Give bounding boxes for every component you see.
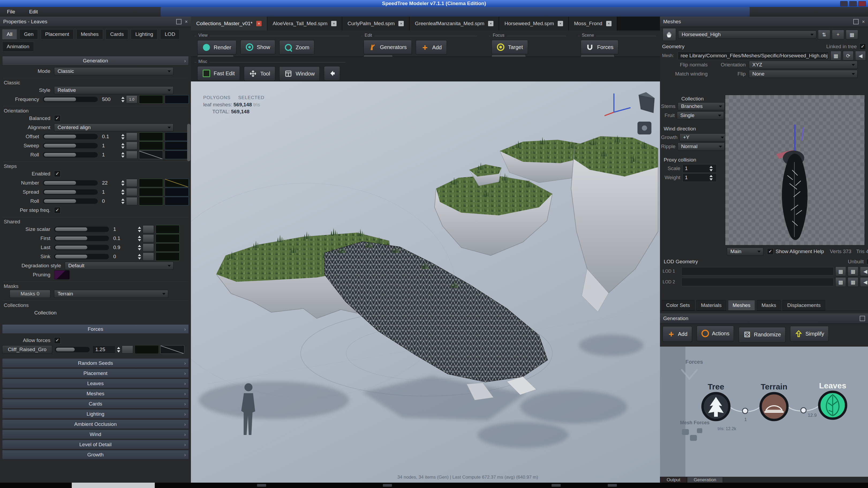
- curve-editor[interactable]: [139, 151, 163, 159]
- add-button[interactable]: + Add: [416, 40, 447, 55]
- roll-spinner[interactable]: [121, 152, 124, 158]
- tab-close-icon[interactable]: ×: [488, 21, 493, 26]
- spread-slider[interactable]: [43, 189, 98, 195]
- tab-meshes[interactable]: Meshes: [728, 300, 755, 311]
- offset-spinner[interactable]: [121, 134, 124, 140]
- enabled-checkbox[interactable]: ✓: [54, 171, 61, 177]
- dock-icon[interactable]: [176, 19, 182, 24]
- section-leaves[interactable]: Leaves›: [2, 379, 189, 388]
- tab-close-icon[interactable]: ×: [331, 21, 337, 26]
- number-slider[interactable]: [43, 180, 98, 186]
- scale-spinbox[interactable]: 1: [682, 164, 717, 173]
- lod1-path-field[interactable]: [681, 267, 834, 276]
- browse-mesh-button[interactable]: ▦: [831, 51, 841, 61]
- number-spinner[interactable]: [121, 180, 124, 186]
- collapse-chevron-icon[interactable]: ›: [184, 58, 186, 64]
- curve-editor[interactable]: [165, 142, 189, 150]
- reload-mesh-button[interactable]: ⟳: [843, 51, 854, 61]
- back-button[interactable]: [324, 66, 340, 81]
- curve-editor[interactable]: [165, 188, 189, 196]
- mode-dropdown[interactable]: Classic: [54, 67, 174, 75]
- style-dropdown[interactable]: Relative: [54, 86, 174, 94]
- share-mesh-button[interactable]: ▦: [846, 30, 858, 39]
- tab-all[interactable]: All: [2, 29, 17, 39]
- show-alignment-checkbox[interactable]: ✓: [767, 248, 774, 255]
- tab-gen[interactable]: Gen: [19, 29, 38, 39]
- force-name-button[interactable]: Cliff_Raised_Gro: [2, 345, 52, 354]
- number-variance-button[interactable]: [126, 179, 137, 187]
- frequency-variance-button[interactable]: 1.0: [126, 95, 137, 103]
- collection-item[interactable]: Collection: [2, 310, 57, 316]
- degradation-style-dropdown[interactable]: Default: [65, 262, 174, 270]
- tab-masks[interactable]: Masks: [757, 300, 781, 311]
- forces-button[interactable]: Forces: [581, 40, 618, 54]
- per-step-freq-checkbox[interactable]: ✓: [54, 207, 61, 213]
- unbuilt-checkbox[interactable]: [866, 259, 868, 264]
- curve-editor[interactable]: [156, 234, 180, 243]
- curve-editor[interactable]: [160, 345, 184, 354]
- section-ambient-occlusion[interactable]: Ambient Occlusion›: [2, 420, 189, 429]
- step-roll-variance-button[interactable]: [126, 197, 137, 205]
- tab-materials[interactable]: Materials: [696, 300, 726, 311]
- tab-close-icon[interactable]: ×: [398, 21, 404, 26]
- masks-0-button[interactable]: Masks 0: [10, 290, 50, 298]
- generation-node-graph[interactable]: Forces 1 12.9 Tree tris: 12.2k: [660, 346, 868, 477]
- doc-tab-curlypalm[interactable]: CurlyPalm_Med.spm ×: [342, 17, 409, 31]
- size-scalar-variance-button[interactable]: [143, 225, 154, 233]
- sweep-slider[interactable]: [43, 143, 98, 148]
- forces-section-header[interactable]: Forces ›: [2, 324, 189, 334]
- menu-edit[interactable]: Edit: [22, 9, 45, 15]
- step-roll-spinner[interactable]: [121, 199, 124, 204]
- size-scalar-slider[interactable]: [54, 226, 109, 232]
- sink-spinner[interactable]: [138, 254, 141, 260]
- alignment-dropdown[interactable]: Centered align: [54, 123, 174, 131]
- lod2-path-field[interactable]: [681, 278, 834, 286]
- window-button[interactable]: Window: [279, 66, 320, 81]
- masks-dropdown[interactable]: Terrain: [54, 290, 168, 298]
- ripple-dropdown[interactable]: Normal: [678, 143, 725, 151]
- lod1-browse-button[interactable]: ▦: [835, 267, 846, 276]
- doc-tab-greenleafmanzanita[interactable]: GreenleafManzanita_Med.spm ×: [409, 17, 499, 31]
- generation-section-header[interactable]: Generation ›: [2, 56, 189, 66]
- tab-close-icon[interactable]: ×: [558, 21, 563, 26]
- mesh-preview[interactable]: [725, 95, 865, 245]
- offset-variance-button[interactable]: [126, 132, 137, 141]
- properties-panel-header[interactable]: Properties - Leaves ×: [0, 17, 191, 27]
- dock-icon[interactable]: [853, 19, 859, 24]
- first-slider[interactable]: [54, 236, 109, 241]
- tab-close-icon[interactable]: ×: [256, 21, 261, 26]
- lod2-build-button[interactable]: ▦: [848, 277, 858, 287]
- offset-slider[interactable]: [43, 134, 98, 139]
- curve-editor[interactable]: [139, 179, 163, 187]
- curve-editor[interactable]: [165, 151, 189, 159]
- focus-target-button[interactable]: Target: [492, 40, 528, 54]
- viewport-3d[interactable]: POLYGONS SELECTED leaf meshes: 569,148 t…: [191, 82, 660, 483]
- tab-placement[interactable]: Placement: [41, 29, 74, 39]
- zoom-button[interactable]: Zoom: [279, 40, 314, 55]
- curve-editor[interactable]: [165, 197, 189, 206]
- close-icon[interactable]: ×: [185, 19, 188, 25]
- last-variance-button[interactable]: [143, 243, 154, 251]
- taskbar-icon[interactable]: [608, 484, 617, 487]
- title-bar[interactable]: SpeedTree Modeler v7.1.1 (Cinema Edition…: [0, 0, 868, 7]
- curve-editor[interactable]: [139, 197, 163, 206]
- grab-hand-button[interactable]: [663, 28, 676, 41]
- last-slider[interactable]: [54, 245, 109, 250]
- allow-forces-checkbox[interactable]: ✓: [54, 337, 61, 344]
- force-spinner[interactable]: [117, 347, 120, 353]
- flip-dropdown[interactable]: None: [749, 70, 858, 78]
- meshes-panel-header[interactable]: Meshes ×: [660, 17, 868, 27]
- spread-spinner[interactable]: [121, 189, 124, 195]
- swap-mesh-button[interactable]: ⇅: [818, 30, 830, 39]
- orientation-dropdown[interactable]: XYZ: [749, 61, 858, 69]
- generators-button[interactable]: Generators: [364, 40, 412, 54]
- tab-close-icon[interactable]: ×: [606, 21, 612, 26]
- curve-editor[interactable]: [139, 188, 163, 196]
- frequency-slider[interactable]: [43, 97, 98, 102]
- show-button[interactable]: Show: [241, 40, 275, 54]
- section-meshes[interactable]: Meshes›: [2, 389, 189, 398]
- tab-output[interactable]: Output: [660, 477, 687, 483]
- size-scalar-spinner[interactable]: [138, 226, 141, 232]
- close-icon[interactable]: ×: [862, 19, 865, 25]
- balanced-checkbox[interactable]: ✓: [54, 115, 61, 122]
